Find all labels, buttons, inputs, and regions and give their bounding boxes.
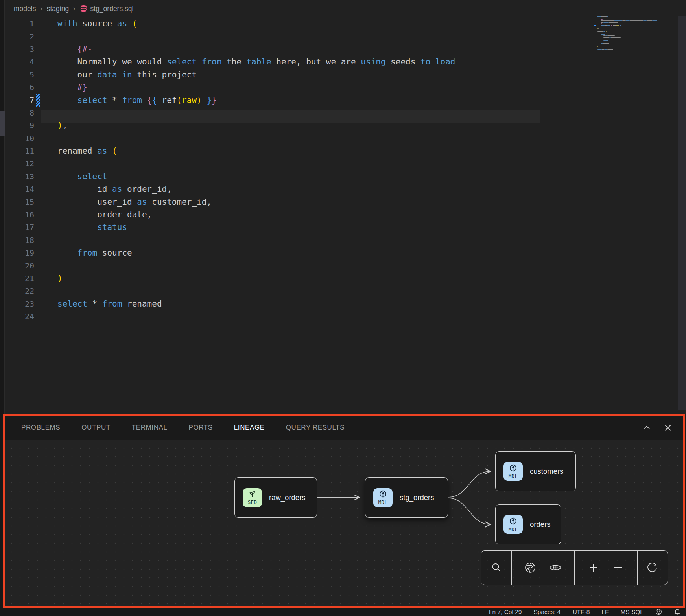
panel-tab-terminal[interactable]: TERMINAL <box>131 418 168 437</box>
line-number: 19 <box>5 248 34 257</box>
line-number: 5 <box>5 70 34 79</box>
code-text: our data in this project <box>40 70 197 79</box>
node-label: raw_orders <box>269 493 306 502</box>
code-line[interactable]: 4 Normally we would select from the tabl… <box>5 55 686 68</box>
bell-icon[interactable] <box>674 609 680 615</box>
gutter-spacer <box>36 221 40 234</box>
minimap-modified-marker <box>594 25 596 26</box>
code-line[interactable]: 1with source as ( <box>5 17 686 30</box>
badge-label: SED <box>248 499 257 505</box>
gutter-spacer <box>36 298 40 310</box>
panel-tab-query-results[interactable]: QUERY RESULTS <box>285 418 346 437</box>
aperture-icon[interactable] <box>524 561 537 574</box>
gutter-spacer <box>36 259 40 272</box>
code-line[interactable]: 10 <box>5 132 686 145</box>
panel-tab-lineage[interactable]: LINEAGE <box>233 418 266 437</box>
lineage-node-orders[interactable]: MDL orders <box>495 504 561 544</box>
zoom-out-icon[interactable] <box>612 562 624 574</box>
breadcrumb-separator: › <box>40 5 42 12</box>
gutter-spacer <box>36 55 40 68</box>
node-label: orders <box>530 520 550 529</box>
model-badge: MDL <box>373 488 393 507</box>
breadcrumb-item-staging[interactable]: staging <box>47 5 69 13</box>
cube-icon <box>509 517 517 527</box>
code-line[interactable]: 8 <box>5 107 686 119</box>
code-text: #} <box>40 83 87 92</box>
node-label: customers <box>530 467 563 476</box>
line-number: 21 <box>5 274 34 283</box>
gutter-spacer <box>36 132 40 145</box>
code-line[interactable]: 22 <box>5 285 686 297</box>
lineage-toolbar <box>481 550 668 585</box>
code-line[interactable]: 14 id as order_id, <box>5 183 686 195</box>
panel-tab-ports[interactable]: PORTS <box>188 418 214 437</box>
lineage-canvas[interactable]: SED raw_orders MDL stg_orders <box>5 440 683 606</box>
code-text: order_date, <box>40 210 152 219</box>
breadcrumb-separator: › <box>73 5 75 12</box>
gutter-spacer <box>36 145 40 157</box>
code-line[interactable]: 24 <box>5 310 686 323</box>
code-line[interactable]: 3 {#- <box>5 43 686 55</box>
line-number: 23 <box>5 299 34 309</box>
line-number: 17 <box>5 222 34 232</box>
code-line[interactable]: 2 <box>5 30 686 42</box>
gutter-spacer <box>36 68 40 81</box>
gutter-spacer <box>36 107 40 119</box>
status-indentation[interactable]: Spaces: 4 <box>533 609 561 616</box>
refresh-icon[interactable] <box>646 561 658 574</box>
breadcrumb-file[interactable]: stg_orders.sql <box>90 5 134 13</box>
code-text: with source as ( <box>40 19 137 28</box>
zoom-in-icon[interactable] <box>588 562 599 574</box>
status-encoding[interactable]: UTF-8 <box>572 609 590 616</box>
status-language-mode[interactable]: MS SQL <box>620 609 644 616</box>
code-line[interactable]: 19 from source <box>5 246 686 259</box>
code-line[interactable]: 9), <box>5 119 686 132</box>
search-icon[interactable] <box>491 562 502 574</box>
line-number: 12 <box>5 159 34 168</box>
code-line[interactable]: 11renamed as ( <box>5 145 686 157</box>
line-number: 8 <box>5 108 34 118</box>
code-line[interactable]: 18 <box>5 234 686 246</box>
code-line[interactable]: 7 select * from {{ ref(raw) }} <box>5 94 686 106</box>
breadcrumb: models › staging › stg_orders.sql <box>5 0 686 17</box>
panel-tab-problems[interactable]: PROBLEMS <box>20 418 61 437</box>
gutter-spacer <box>36 43 40 55</box>
lineage-node-stg-orders[interactable]: MDL stg_orders <box>365 477 448 518</box>
breadcrumb-item-models[interactable]: models <box>14 5 36 13</box>
chevron-up-icon[interactable] <box>642 423 651 432</box>
close-panel-icon[interactable] <box>664 423 672 432</box>
code-line[interactable]: 5 our data in this project <box>5 68 686 81</box>
line-number: 4 <box>5 57 34 66</box>
code-line[interactable]: 21) <box>5 272 686 285</box>
lineage-node-customers[interactable]: MDL customers <box>495 451 576 491</box>
minimap[interactable] <box>597 16 676 52</box>
line-number: 1 <box>5 19 34 28</box>
code-line[interactable]: 20 <box>5 259 686 272</box>
code-area[interactable]: 1with source as (23 {#-4 Normally we wou… <box>5 17 686 323</box>
panel-tab-output[interactable]: OUTPUT <box>81 418 111 437</box>
badge-label: MDL <box>509 473 518 479</box>
line-number: 22 <box>5 286 34 296</box>
code-text: id as order_id, <box>40 184 172 194</box>
eye-icon[interactable] <box>549 561 562 574</box>
code-text: renamed as ( <box>40 146 117 156</box>
code-line[interactable]: 13 select <box>5 170 686 183</box>
code-line[interactable]: 16 order_date, <box>5 208 686 221</box>
edge-stg-to-customers <box>448 471 490 497</box>
feedback-smiley-icon[interactable] <box>655 609 662 615</box>
code-line[interactable]: 15 user_id as customer_id, <box>5 195 686 208</box>
edge-stg-to-orders <box>448 498 490 524</box>
code-line[interactable]: 12 <box>5 157 686 170</box>
code-line[interactable]: 23select * from renamed <box>5 298 686 310</box>
status-cursor-position[interactable]: Ln 7, Col 29 <box>489 609 522 616</box>
line-number: 24 <box>5 312 34 321</box>
editor-scrollbar[interactable] <box>678 16 686 410</box>
line-number: 15 <box>5 197 34 207</box>
code-line[interactable]: 6 #} <box>5 81 686 94</box>
side-rail-handle[interactable] <box>0 111 5 136</box>
lineage-node-raw-orders[interactable]: SED raw_orders <box>234 477 317 518</box>
line-number: 11 <box>5 146 34 156</box>
code-line[interactable]: 17 status <box>5 221 686 234</box>
status-eol[interactable]: LF <box>601 609 609 616</box>
code-text: Normally we would select from the table … <box>40 57 455 66</box>
